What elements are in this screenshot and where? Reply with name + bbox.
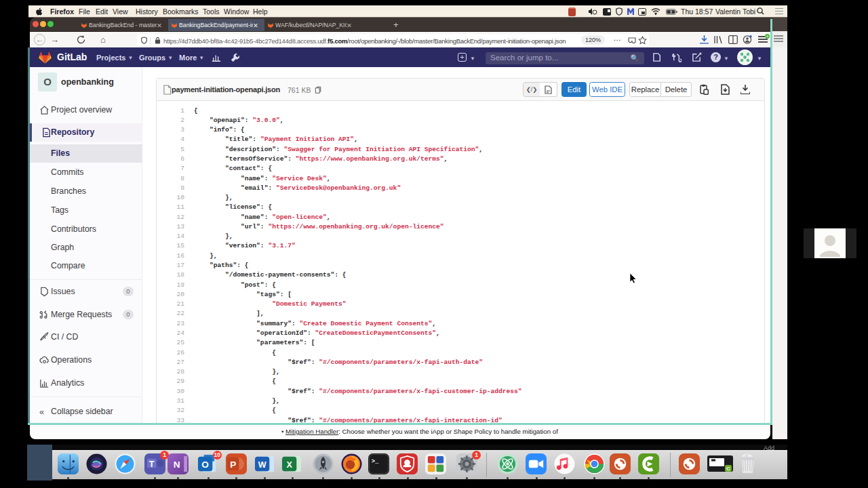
svg-text:X: X xyxy=(286,460,292,470)
svg-text:P: P xyxy=(230,460,236,470)
svg-text:O: O xyxy=(201,460,209,470)
svg-text:W: W xyxy=(258,460,267,470)
svg-text:N: N xyxy=(174,460,180,470)
svg-text:T: T xyxy=(149,460,155,469)
svg-text:C: C xyxy=(726,466,730,472)
svg-text:>_: >_ xyxy=(372,458,379,465)
